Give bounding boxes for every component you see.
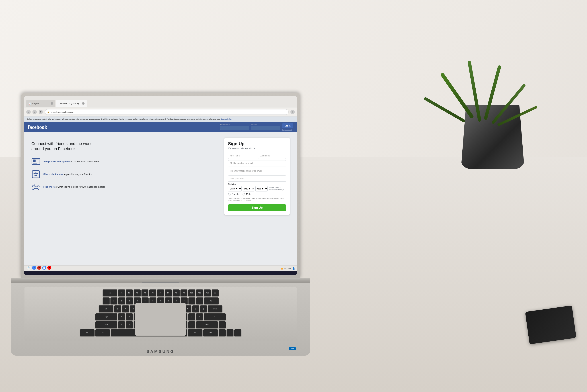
key-f6[interactable]: F6 (157, 290, 164, 296)
browser-tabs: 📊 Analytics × f Facebook · Log In or Sig… (26, 96, 87, 107)
fb-logo: facebook (28, 124, 47, 130)
key-alt-l[interactable]: alt (95, 330, 110, 336)
signup-card: Sign Up It's free and always will be. (224, 138, 290, 215)
svg-point-9 (32, 185, 34, 187)
key-enter[interactable]: enter (208, 306, 222, 312)
first-name-input[interactable] (228, 153, 256, 159)
key-a[interactable]: A (118, 314, 125, 320)
youtube-icon[interactable]: ▶ (47, 266, 51, 270)
key-equal[interactable]: = (196, 298, 203, 304)
key-f1[interactable]: F1 (118, 290, 125, 296)
key-f4[interactable]: F4 (141, 290, 148, 296)
forgot-link[interactable]: Forgot account? (282, 129, 292, 131)
female-radio[interactable] (228, 193, 231, 196)
star-icon (31, 170, 40, 179)
email-nav-input[interactable] (220, 126, 249, 130)
key-enter-2[interactable]: ↵ (204, 314, 226, 320)
key-bracket-l[interactable]: [ (192, 306, 199, 312)
key-tab[interactable]: tab (99, 306, 113, 312)
cookie-policy-link[interactable]: Cookies Policy (221, 118, 232, 120)
key-f5[interactable]: F5 (149, 290, 156, 296)
docs-icon[interactable]: 📄 (42, 266, 46, 270)
svg-rect-1 (33, 160, 35, 162)
key-down[interactable]: ↓ (227, 330, 233, 336)
key-alt-r[interactable]: alt (188, 330, 202, 336)
key-f10[interactable]: F10 (188, 290, 195, 296)
key-3[interactable]: 3 (126, 298, 133, 304)
birthday-why: Why do I need to provide my birthday? (269, 186, 286, 191)
tab-close-facebook[interactable]: × (82, 102, 84, 105)
key-bracket-r[interactable]: ] (200, 306, 207, 312)
last-name-input[interactable] (258, 153, 286, 159)
key-f12[interactable]: F12 (204, 290, 211, 296)
key-f11[interactable]: F11 (196, 290, 203, 296)
mobile-email-row (228, 160, 286, 166)
feature-find-text: Find more of what you're looking for wit… (43, 186, 106, 188)
login-button[interactable]: Log In (282, 123, 293, 128)
key-left[interactable]: ← (219, 330, 226, 336)
new-password-input[interactable] (228, 176, 286, 182)
key-quote[interactable]: ' (196, 314, 203, 320)
key-esc[interactable]: esc (103, 290, 117, 296)
password-nav-label: Password (251, 124, 280, 126)
bookmark-button[interactable]: ☆ (290, 110, 295, 114)
mail-icon[interactable]: ✉ (37, 266, 41, 270)
feature-news-text: See photos and updates from friends in N… (43, 160, 99, 163)
back-button[interactable]: ‹ (26, 110, 31, 114)
signup-button[interactable]: Sign Up (228, 204, 286, 211)
key-minus[interactable]: - (188, 298, 195, 304)
male-option[interactable]: Male (243, 193, 251, 196)
month-select[interactable]: Month ▼ (228, 186, 242, 192)
re-enter-input[interactable] (228, 168, 286, 174)
key-2[interactable]: 2 (118, 298, 125, 304)
tab-analytics[interactable]: 📊 Analytics × (26, 100, 55, 107)
key-f3[interactable]: F3 (134, 290, 141, 296)
key-x[interactable]: X (126, 322, 133, 328)
male-radio[interactable] (243, 193, 245, 196)
key-backspace[interactable]: ⌫ (204, 298, 219, 304)
key-ctrl-r[interactable]: ctrl (203, 330, 218, 336)
fb-topnav: facebook Email or Phone Password Log In (24, 122, 297, 132)
key-ctrl-l[interactable]: ctrl (80, 330, 94, 336)
laptop-base (11, 278, 310, 283)
day-select[interactable]: Day ▼ (243, 186, 254, 192)
key-1[interactable]: 1 (110, 298, 117, 304)
key-s[interactable]: S (126, 314, 133, 320)
touchpad[interactable] (135, 303, 186, 336)
key-shift-r[interactable]: shift (196, 322, 218, 328)
search-taskbar-icon[interactable]: 🔍 (27, 266, 31, 270)
tab-close-analytics[interactable]: × (51, 102, 53, 105)
refresh-button[interactable]: ↻ (39, 110, 43, 114)
browser-nav-bar: ‹ › ↻ 🔒 https://www.facebook.com ☆ (24, 108, 297, 116)
key-shift-l[interactable]: shift (95, 322, 117, 328)
tab-facebook[interactable]: f Facebook · Log In or Sig... × (56, 100, 87, 107)
chrome-icon[interactable]: ● (32, 266, 36, 270)
cookie-banner: To help personalise content, tailor and … (24, 116, 297, 122)
key-f9[interactable]: F9 (180, 290, 187, 296)
svg-point-10 (37, 185, 39, 187)
key-up[interactable]: ↑ (219, 322, 226, 328)
key-caps[interactable]: caps (95, 314, 117, 320)
key-semicolon[interactable]: ; (188, 314, 195, 320)
address-bar[interactable]: 🔒 https://www.facebook.com (45, 109, 289, 115)
key-f2[interactable]: F2 (126, 290, 133, 296)
facebook-tab-label: Facebook · Log In or Sig... (59, 102, 81, 104)
key-tilde[interactable]: ~ (103, 298, 109, 304)
year-select[interactable]: Year ▼ (255, 186, 268, 192)
key-f8[interactable]: F8 (173, 290, 180, 296)
mobile-email-input[interactable] (228, 160, 286, 166)
browser-tab-bar: 📊 Analytics × f Facebook · Log In or Sig… (24, 96, 297, 108)
forward-button[interactable]: › (32, 110, 37, 114)
key-slash[interactable]: / (188, 322, 195, 328)
key-right[interactable]: → (234, 330, 241, 336)
key-z[interactable]: Z (118, 322, 125, 328)
birthday-section: Birthday Month ▼ Day ▼ Year (228, 183, 286, 192)
female-option[interactable]: Female (228, 193, 239, 196)
gender-section: Female Male (228, 193, 286, 196)
key-w[interactable]: W (122, 306, 129, 312)
password-nav-input[interactable] (251, 126, 280, 130)
key-f7[interactable]: F7 (165, 290, 172, 296)
key-q[interactable]: Q (114, 306, 121, 312)
key-del[interactable]: del (212, 290, 219, 296)
screen-content: 📊 Analytics × f Facebook · Log In or Sig… (24, 96, 297, 275)
